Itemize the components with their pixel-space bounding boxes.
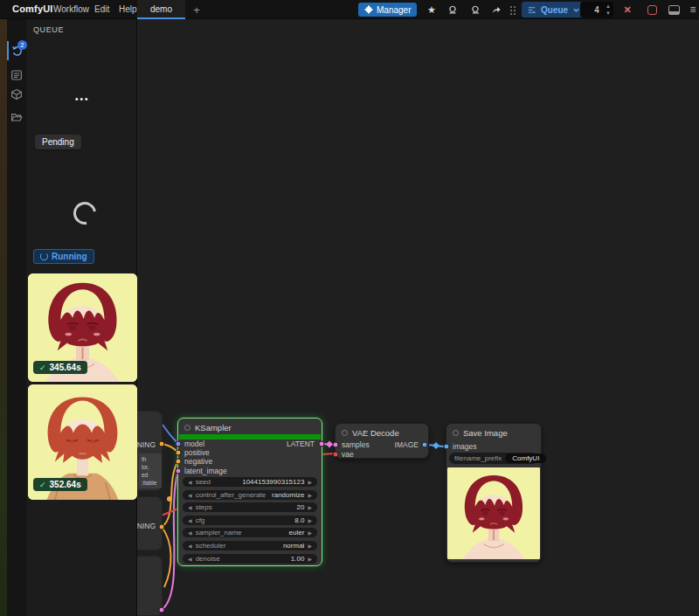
- conditioning-output-port[interactable]: [159, 524, 165, 530]
- folder-open-icon: [10, 111, 23, 123]
- widget-name: cfg: [196, 516, 205, 524]
- samples-input-label: samples: [342, 440, 370, 449]
- partial-node-clip-encode-2[interactable]: NING: [137, 496, 163, 550]
- increment-icon[interactable]: ▶: [308, 543, 312, 549]
- app-logo: ComfyUI: [12, 3, 53, 14]
- top-menu-bar: ComfyUI Workflow Edit Help demo + Manage…: [0, 0, 699, 19]
- stepper-arrows[interactable]: ▲ ▼: [606, 3, 611, 17]
- conditioning-output-label: NING: [137, 522, 156, 530]
- stepper-up-icon[interactable]: ▲: [606, 3, 611, 10]
- main-menu-button[interactable]: ≡: [685, 0, 699, 19]
- widget-name: scheduler: [196, 542, 226, 550]
- collapse-toggle-icon[interactable]: [453, 430, 459, 436]
- running-label: Running: [52, 252, 87, 261]
- new-tab-button[interactable]: +: [187, 0, 206, 19]
- prompt-text-widget-fragment[interactable]: th lor, ed :itable: [139, 453, 162, 488]
- images-input-port[interactable]: [444, 444, 450, 450]
- image-output-label: IMAGE: [395, 440, 419, 449]
- queue-result-image-2[interactable]: ✓ 352.64s: [28, 384, 137, 500]
- clear-queue-button[interactable]: ✕: [619, 0, 635, 19]
- widget-filename-prefix[interactable]: filename_prefix ComfyUI: [449, 453, 538, 464]
- sidebar-item-workflows[interactable]: [7, 107, 26, 128]
- stepper-down-icon[interactable]: ▼: [606, 10, 611, 17]
- collapse-toggle-icon[interactable]: [342, 430, 348, 436]
- check-icon: ✓: [39, 363, 46, 372]
- widget-denoise[interactable]: ◀ denoise 1.00 ▶: [183, 554, 317, 564]
- interrupt-button[interactable]: [644, 0, 660, 19]
- queue-button[interactable]: Queue: [522, 2, 585, 17]
- bottom-panel-toggle[interactable]: [666, 0, 682, 19]
- image-output-port[interactable]: [422, 442, 428, 448]
- running-spinner-icon: [40, 253, 48, 260]
- omega-icon-2[interactable]: [467, 0, 483, 19]
- widget-sampler-name[interactable]: ◀ sampler_name euler ▶: [183, 528, 317, 537]
- workflow-tab-demo[interactable]: demo: [137, 0, 185, 19]
- prompt-line: lor,: [142, 463, 162, 471]
- close-icon: ✕: [623, 4, 631, 16]
- batch-count-stepper[interactable]: 4 ▲ ▼: [580, 2, 613, 17]
- increment-icon[interactable]: ▶: [308, 492, 312, 498]
- node-title: KSampler: [195, 423, 232, 433]
- widget-value: 1044153990315123: [242, 478, 304, 486]
- conditioning-output-port[interactable]: [159, 441, 165, 447]
- vae-input-port[interactable]: [333, 451, 339, 457]
- decrement-icon[interactable]: ◀: [188, 479, 192, 485]
- widget-name: denoise: [196, 555, 220, 563]
- widget-steps[interactable]: ◀ steps 20 ▶: [183, 502, 317, 512]
- running-status-badge: Running: [33, 249, 94, 264]
- list-icon: [10, 69, 23, 81]
- positive-input-port[interactable]: [176, 450, 182, 456]
- batch-count-value: 4: [594, 5, 599, 15]
- latent-image-input-port[interactable]: [176, 468, 182, 474]
- increment-icon[interactable]: ▶: [308, 504, 312, 510]
- widget-name: filename_prefix: [454, 454, 502, 462]
- widget-cfg[interactable]: ◀ cfg 8.0 ▶: [183, 516, 317, 525]
- latent-output-port[interactable]: [159, 607, 165, 613]
- increment-icon[interactable]: ▶: [308, 529, 312, 536]
- widget-scheduler[interactable]: ◀ scheduler normal ▶: [183, 541, 317, 550]
- decrement-icon[interactable]: ◀: [188, 543, 192, 549]
- chevron-down-icon: [572, 6, 580, 14]
- decrement-icon[interactable]: ◀: [188, 556, 192, 562]
- images-input-label: images: [453, 442, 476, 451]
- menu-edit[interactable]: Edit: [94, 4, 109, 14]
- star-icon[interactable]: ★: [424, 0, 439, 19]
- increment-icon[interactable]: ▶: [308, 556, 312, 562]
- decrement-icon[interactable]: ◀: [188, 517, 192, 523]
- sidebar-item-node-library[interactable]: [7, 65, 26, 86]
- queue-more-button[interactable]: •••: [75, 94, 90, 104]
- model-input-port[interactable]: [176, 441, 182, 447]
- widget-value: randomize: [272, 491, 304, 499]
- increment-icon[interactable]: ▶: [308, 517, 312, 523]
- bottom-panel-icon: [668, 5, 680, 15]
- widget-value: 8.0: [294, 516, 304, 524]
- puzzle-icon: [364, 5, 373, 14]
- negative-input-port[interactable]: [176, 459, 182, 465]
- samples-input-port[interactable]: [333, 442, 339, 448]
- decrement-icon[interactable]: ◀: [188, 492, 192, 498]
- manager-button[interactable]: Manager: [358, 3, 417, 17]
- ksampler-latent-output-port[interactable]: [319, 441, 325, 447]
- check-icon: ✓: [39, 481, 46, 489]
- sidebar-item-model-library[interactable]: [7, 84, 26, 105]
- share-arrow-icon[interactable]: [488, 0, 504, 19]
- sidebar-icon-rail: 2: [7, 19, 26, 616]
- widget-seed[interactable]: ◀ seed 1044153990315123 ▶: [183, 477, 317, 487]
- menu-help[interactable]: Help: [119, 4, 137, 14]
- widget-control-after-generate[interactable]: ◀ control_after_generate randomize ▶: [183, 490, 317, 500]
- omega-icon-1[interactable]: [445, 0, 460, 19]
- decrement-icon[interactable]: ◀: [188, 504, 192, 510]
- increment-icon[interactable]: ▶: [308, 479, 312, 485]
- queue-sidebar-panel: QUEUE ••• Pending Running ✓ 345.64s ✓ 35…: [26, 19, 137, 616]
- decrement-icon[interactable]: ◀: [188, 529, 192, 536]
- save-image-preview[interactable]: [447, 467, 540, 559]
- node-title: VAE Decode: [352, 428, 399, 438]
- collapse-toggle-icon[interactable]: [184, 425, 190, 431]
- duration-value-2: 352.64s: [50, 480, 81, 489]
- widget-name: sampler_name: [196, 529, 242, 536]
- menu-workflow[interactable]: Workflow: [53, 4, 89, 14]
- drag-grip-icon[interactable]: [509, 5, 516, 15]
- negative-input-label: negative: [184, 457, 212, 466]
- queue-result-image-1[interactable]: ✓ 345.64s: [28, 273, 137, 382]
- partial-node-clip-encode-1[interactable]: NING th lor, ed :itable: [137, 411, 163, 491]
